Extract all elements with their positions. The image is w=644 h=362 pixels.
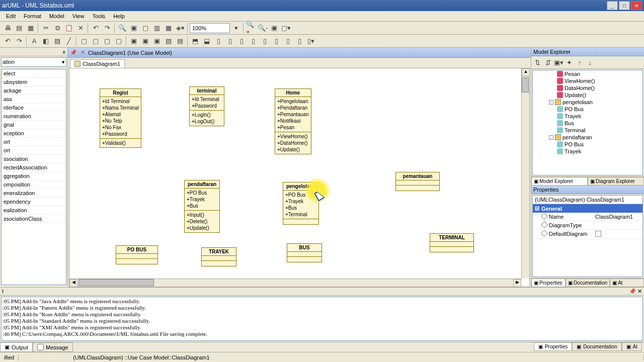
- tree-item[interactable]: Bus: [533, 120, 642, 127]
- toolbox-item[interactable]: ealization: [2, 206, 66, 215]
- toolbox-item[interactable]: rectedAssociation: [2, 163, 66, 172]
- toolbox-item[interactable]: nterface: [2, 104, 66, 112]
- tree-item[interactable]: ViewHome(): [533, 77, 642, 84]
- scrollbar-vertical[interactable]: ▲: [521, 68, 529, 279]
- tab-model-explorer[interactable]: ▣ Model Explorer: [531, 177, 588, 186]
- tab-properties-bottom[interactable]: ▣ Properties: [534, 342, 573, 351]
- exp-tb1-icon[interactable]: ⇅: [532, 57, 542, 67]
- tab-diagram-explorer[interactable]: ▣ Diagram Explorer: [588, 177, 644, 186]
- tb-l[interactable]: ▯: [213, 36, 224, 47]
- toolbox-item[interactable]: gnal: [2, 121, 66, 129]
- diagram-canvas[interactable]: Regist +Id Terminal+Nama Terminal+Alamat…: [69, 68, 530, 287]
- toolbox-item[interactable]: elect: [2, 69, 66, 78]
- menu-view[interactable]: View: [68, 12, 89, 20]
- tree-item[interactable]: PO Bus: [533, 106, 642, 113]
- class-terminal[interactable]: terminal +Id Terminal+Password+LogIn()+L…: [189, 86, 224, 126]
- class-bus[interactable]: BUS: [287, 243, 322, 262]
- checkbox[interactable]: [595, 231, 601, 237]
- tb-x3[interactable]: ▥: [151, 23, 163, 34]
- tree-item[interactable]: PO Bus: [533, 141, 642, 148]
- tb-k[interactable]: ⬓: [201, 36, 212, 47]
- tb-x1[interactable]: ▣: [128, 23, 139, 34]
- copy-icon[interactable]: ⧉: [52, 23, 63, 34]
- menu-model[interactable]: Model: [45, 12, 68, 20]
- scrollbar-horizontal[interactable]: ◀▶: [69, 279, 521, 287]
- tb-i[interactable]: ▤: [175, 36, 186, 47]
- toolbox-item[interactable]: ssociation: [2, 155, 66, 163]
- class-trayek[interactable]: TRAYEK: [201, 247, 236, 266]
- tb-r[interactable]: ▯: [282, 36, 293, 47]
- tree-item[interactable]: Trayek: [533, 148, 642, 155]
- doc-icon[interactable]: ▦: [25, 23, 36, 34]
- properties-group[interactable]: ⊟General: [533, 204, 642, 213]
- class-terminal2[interactable]: TERMINAL: [430, 233, 474, 252]
- tb-s[interactable]: ▯: [294, 36, 305, 47]
- tab-at[interactable]: ▣ At: [610, 279, 644, 287]
- tree-item[interactable]: DataHome(): [533, 84, 642, 92]
- exp-up-icon[interactable]: ↑: [575, 57, 585, 67]
- tb-b[interactable]: ▢: [90, 36, 101, 47]
- tab-at-bottom[interactable]: ▣ At: [622, 342, 642, 351]
- model-tree[interactable]: PesanViewHome()DataHome()Update()-pengel…: [532, 70, 643, 175]
- zoom-out-icon[interactable]: 🔍-: [257, 23, 268, 34]
- tb-d[interactable]: ▢: [113, 36, 124, 47]
- tb-g[interactable]: ▣: [151, 36, 163, 47]
- class-pemantauan[interactable]: pemantauan: [395, 172, 440, 191]
- tree-item[interactable]: Trayek: [533, 113, 642, 120]
- expand-icon[interactable]: -: [549, 100, 553, 105]
- property-row[interactable]: DefaultDiagram: [533, 230, 642, 239]
- tb-h[interactable]: ▧: [163, 36, 174, 47]
- toolbox-item[interactable]: omposition: [2, 180, 66, 189]
- class-home[interactable]: Home +Pengelolaan+Pendaftaran+Pemantauan…: [275, 88, 311, 154]
- font-icon[interactable]: A: [29, 36, 40, 47]
- tab-output[interactable]: ▣ Output: [0, 342, 33, 352]
- toolbox-item[interactable]: ass: [2, 95, 66, 104]
- maximize-button[interactable]: □: [619, 1, 630, 10]
- zoom-dropdown-icon[interactable]: ▾: [230, 23, 242, 34]
- toolbox-item[interactable]: ggregation: [2, 172, 66, 180]
- toolbox-item[interactable]: ependency: [2, 198, 66, 206]
- fill-icon[interactable]: ▨: [52, 36, 63, 47]
- message-checkbox[interactable]: [37, 344, 44, 350]
- zoom-in-icon[interactable]: 🔍+: [246, 23, 257, 34]
- toolbox-item[interactable]: ubsystem: [2, 78, 66, 86]
- class-regist[interactable]: Regist +Id Terminal+Nama Terminal+Alamat…: [100, 88, 141, 148]
- tb-x5[interactable]: ◈▾: [175, 23, 186, 34]
- toolbox-item[interactable]: ort: [2, 138, 66, 146]
- tb-a[interactable]: ▢: [78, 36, 90, 47]
- expand-icon[interactable]: -: [549, 135, 553, 140]
- tree-item[interactable]: -pendaftaran: [533, 134, 642, 141]
- class-pendaftaran[interactable]: pendaftaran +PO Bus+Trayek+Bus+Input()+D…: [184, 180, 220, 233]
- minimize-button[interactable]: _: [607, 1, 618, 10]
- menu-edit[interactable]: Edit: [2, 12, 20, 20]
- tree-item[interactable]: Update(): [533, 92, 642, 99]
- tree-item[interactable]: Pesan: [533, 70, 642, 77]
- tab-message[interactable]: Message: [33, 342, 73, 352]
- inner-tab[interactable]: ClassDiagram1: [70, 59, 125, 68]
- tb-o[interactable]: ▯: [248, 36, 259, 47]
- print-icon[interactable]: 🖶: [2, 23, 13, 34]
- tree-item[interactable]: -pengelolaan: [533, 99, 642, 106]
- tree-item[interactable]: Terminal: [533, 127, 642, 134]
- tab-properties[interactable]: ▣ Properties: [531, 279, 566, 287]
- output-text[interactable]: :05 PM] Add-In "Java AddIn" menu is regi…: [1, 297, 643, 341]
- exp-tb3-icon[interactable]: ▣▾: [553, 57, 564, 67]
- tb-f[interactable]: ▣: [140, 36, 151, 47]
- line-icon[interactable]: ╱: [63, 36, 74, 47]
- exp-tb4-icon[interactable]: ✦: [564, 57, 574, 67]
- tb-x4[interactable]: ▦: [163, 23, 174, 34]
- tb-c[interactable]: ▢: [102, 36, 113, 47]
- toolbox-item[interactable]: numeration: [2, 112, 66, 121]
- toolbox-item[interactable]: ort: [2, 146, 66, 155]
- toolbox-item[interactable]: ssociationClass: [2, 215, 66, 223]
- tab-documentation[interactable]: ▣ Documentation: [566, 279, 610, 287]
- menu-format[interactable]: Format: [20, 12, 45, 20]
- output-close-icon[interactable]: 📌 ✕: [629, 288, 642, 295]
- diagram-tab[interactable]: ClassDiagram1 (Use Case Model): [88, 50, 172, 56]
- menu-help[interactable]: Help: [109, 12, 129, 20]
- menu-tools[interactable]: Tools: [88, 12, 109, 20]
- tb-j[interactable]: ⬒: [190, 36, 201, 47]
- toolbox-item[interactable]: xception: [2, 129, 66, 138]
- tb-n[interactable]: ▯: [236, 36, 247, 47]
- class-pobus[interactable]: PO BUS: [116, 245, 158, 264]
